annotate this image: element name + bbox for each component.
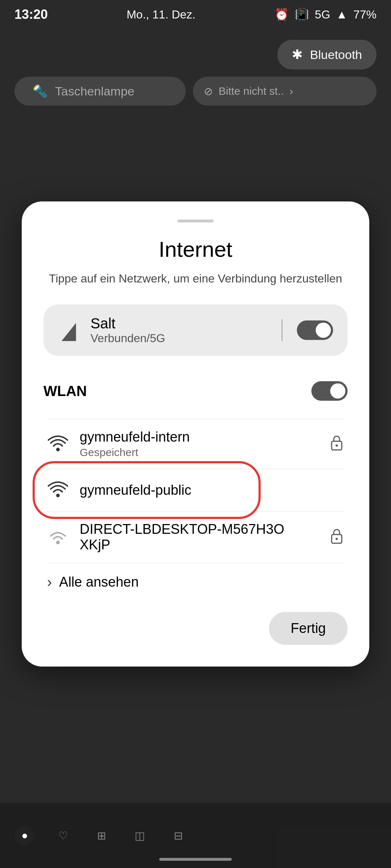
mobile-network-info: Salt Verbunden/5G [91,315,267,345]
svg-point-6 [336,538,338,540]
mobile-network-toggle[interactable] [297,320,333,340]
nav-icon-dot[interactable]: ● [14,825,35,846]
gymneufeld-intern-sub: Gespeichert [80,446,319,459]
bottom-actions: Fertig [43,612,348,645]
gymneufeld-public-name: gymneufeld-public [80,482,344,498]
mobile-network-status: Verbunden/5G [91,332,267,345]
internet-modal: Internet Tippe auf ein Netzwerk, um eine… [22,201,369,667]
network-item-gymneufeld-public[interactable]: gymneufeld-public [43,469,348,511]
lock-icon-intern [329,433,344,455]
svg-point-4 [56,541,60,544]
direct-network-info: DIRECT-LBDESKTOP-M567H3O XKjP [80,522,319,553]
mobile-network-card[interactable]: Salt Verbunden/5G [43,305,348,356]
svg-point-2 [336,444,338,447]
mobile-network-name: Salt [91,315,267,332]
wlan-label: WLAN [43,383,87,399]
status-date: Mo., 11. Dez. [127,8,196,21]
battery-label: 77% [353,8,377,21]
network-type-label: 5G [315,8,331,21]
nav-icon-router[interactable]: ⊟ [168,825,188,846]
toggle-knob [316,323,331,338]
card-divider [282,319,282,341]
modal-title: Internet [43,237,348,262]
wlan-row: WLAN [43,374,348,415]
nav-icon-heart[interactable]: ♡ [53,825,73,846]
status-time: 13:20 [14,7,48,22]
gymneufeld-public-info: gymneufeld-public [80,482,344,498]
modal-subtitle: Tippe auf ein Netzwerk, um eine Verbindu… [43,271,348,287]
nav-icon-book[interactable]: ◫ [130,825,150,846]
wifi-icon-direct [47,526,69,548]
svg-point-0 [56,448,60,451]
fertig-button[interactable]: Fertig [269,612,348,645]
wifi-icon-intern [47,433,69,455]
wifi-icon-public [47,479,69,501]
modal-backdrop: Internet Tippe auf ein Netzwerk, um eine… [0,0,391,868]
wlan-toggle[interactable] [311,381,348,401]
status-bar: 13:20 Mo., 11. Dez. ⏰ 📳 5G ▲ 77% [0,0,391,29]
see-all-row[interactable]: › Alle ansehen [43,563,348,601]
gymneufeld-intern-info: gymneufeld-intern Gespeichert [80,429,319,459]
see-all-arrow-icon: › [47,574,52,590]
lock-icon-direct [329,527,344,548]
nav-icons-group: ● ♡ ⊞ ◫ ⊟ [14,825,188,846]
modal-drag-handle [177,220,214,222]
svg-point-3 [56,494,60,497]
nav-icon-grid[interactable]: ⊞ [91,825,112,846]
network-item-gymneufeld-intern[interactable]: gymneufeld-intern Gespeichert [43,419,348,469]
see-all-label: Alle ansehen [59,574,139,590]
home-indicator [159,858,232,861]
network-item-direct[interactable]: DIRECT-LBDESKTOP-M567H3O XKjP [43,511,348,563]
direct-network-name: DIRECT-LBDESKTOP-M567H3O XKjP [80,522,319,553]
gymneufeld-intern-name: gymneufeld-intern [80,429,319,445]
wlan-toggle-knob [330,383,345,399]
alarm-icon: ⏰ [274,8,289,21]
signal-icon: ▲ [336,8,348,21]
vibrate-icon: 📳 [295,8,309,21]
status-right-icons: ⏰ 📳 5G ▲ 77% [274,8,377,21]
mobile-signal-icon [58,319,80,341]
signal-triangle-shape [62,323,76,341]
